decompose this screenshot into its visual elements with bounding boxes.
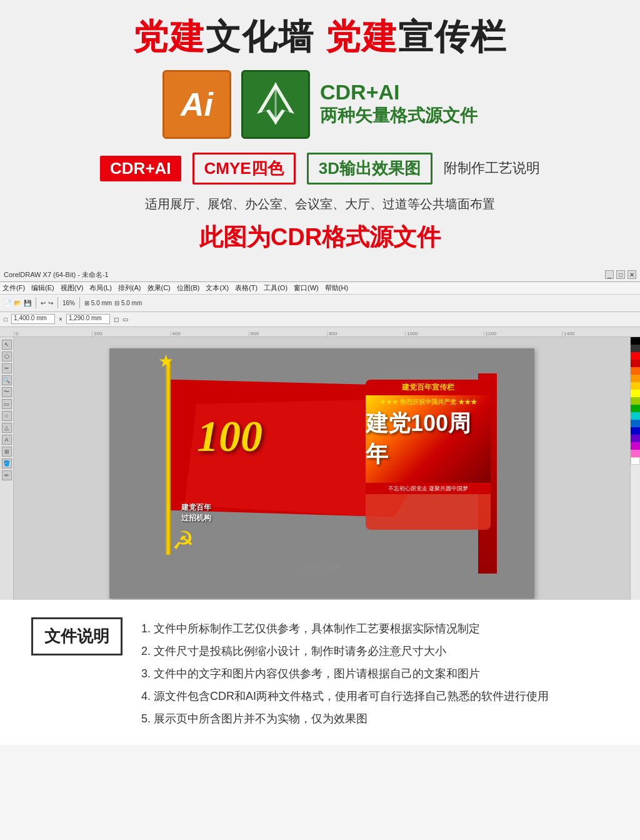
window-buttons: _ □ ✕ <box>605 270 636 279</box>
toolbar-snap2[interactable]: ⊟ 5.0 mm <box>114 300 142 306</box>
toolbar-save[interactable]: 💾 <box>24 300 31 306</box>
tool-select[interactable]: ↖ <box>2 340 12 350</box>
bottom-section: 文件说明 1. 文件中所标制作工艺仅供参考，具体制作工艺要根据实际情况制定 2.… <box>0 600 640 745</box>
desc-item-5: 5. 展示页中所含图片并不为实物，仅为效果图 <box>141 707 549 730</box>
tool-outline[interactable]: ✏ <box>2 470 12 480</box>
palette-darkred[interactable] <box>631 360 640 367</box>
software-window: CorelDRAW X7 (64-Bit) - 未命名-1 _ □ ✕ 文件(F… <box>0 268 640 600</box>
palette-dark[interactable] <box>631 345 640 352</box>
palette-magenta[interactable] <box>631 442 640 450</box>
palette-pink[interactable] <box>631 450 640 457</box>
menu-layout[interactable]: 布局(L) <box>89 283 111 293</box>
right-panel-image: ★★★ 热烈庆祝中国共产党 ★★★ 建党100周年 <box>366 395 491 483</box>
cdr-svg-icon <box>251 79 301 129</box>
icon-text-top: CDR+AI <box>320 81 478 104</box>
toolbar-undo[interactable]: ↩ <box>41 300 46 306</box>
palette-orange[interactable] <box>631 367 640 375</box>
menu-arrange[interactable]: 排列(A) <box>118 283 141 293</box>
desc-item-4: 4. 源文件包含CDR和AI两种文件格式，使用者可自行选择自己熟悉的软件进行使用 <box>141 685 549 707</box>
toolbar-new[interactable]: 📄 <box>4 300 11 306</box>
palette-yellow[interactable] <box>631 390 640 397</box>
cdr-software-icon <box>241 70 310 139</box>
ruler-600: 600 <box>249 331 327 337</box>
toolbar-open[interactable]: 📂 <box>14 300 21 306</box>
desc-item-1: 1. 文件中所标制作工艺仅供参考，具体制作工艺要根据实际情况制定 <box>141 617 549 640</box>
maximize-button[interactable]: □ <box>616 270 625 279</box>
toolbar-snap[interactable]: ⊞ 5.0 mm <box>84 300 112 306</box>
hundred-text: 100 <box>197 411 262 462</box>
title-red-1: 党建 <box>133 17 206 56</box>
tool-curve[interactable]: 〜 <box>2 387 12 397</box>
software-title: CorelDRAW X7 (64-Bit) - 未命名-1 <box>4 270 109 280</box>
prop-landscape[interactable]: ▭ <box>122 316 128 323</box>
tool-fill[interactable]: 🪣 <box>2 458 12 468</box>
ai-label: Ai <box>181 86 213 123</box>
tool-ellipse[interactable]: ○ <box>2 411 12 421</box>
tag-cmye: CMYE四色 <box>192 153 296 185</box>
desc-item-2: 2. 文件尺寸是投稿比例缩小设计，制作时请务必注意尺寸大小 <box>141 640 549 662</box>
tag-cdr-ai: CDR+AI <box>100 156 181 181</box>
menu-table[interactable]: 表格(T) <box>235 283 258 293</box>
design-content: ★ ★ ★ ★ ★ <box>147 373 497 574</box>
palette-lime[interactable] <box>631 397 640 405</box>
nian-line1: 建党百年 <box>181 502 211 513</box>
icon-text-block: CDR+AI 两种矢量格式源文件 <box>320 81 478 128</box>
palette-purple[interactable] <box>631 435 640 442</box>
prop-height[interactable]: 1,290.0 mm <box>66 314 110 324</box>
file-description-label: 文件说明 <box>31 617 122 655</box>
palette-green[interactable] <box>631 405 640 412</box>
horizontal-ruler: 0 200 400 600 800 1000 1200 1400 <box>0 327 640 337</box>
tool-text[interactable]: A <box>2 435 12 445</box>
desc-item-3: 3. 文件中的文字和图片内容仅供参考，图片请根据自己的文案和图片 <box>141 662 549 685</box>
palette-blue[interactable] <box>631 420 640 427</box>
menu-tools[interactable]: 工具(O) <box>264 283 288 293</box>
usage-text: 适用展厅、展馆、办公室、会议室、大厅、过道等公共墙面布置 <box>25 196 615 213</box>
menu-help[interactable]: 帮助(H) <box>325 283 348 293</box>
minimize-button[interactable]: _ <box>605 270 614 279</box>
menu-text[interactable]: 文本(X) <box>206 283 229 293</box>
menu-view[interactable]: 视图(V) <box>61 283 84 293</box>
right-panel-header: 建党百年宣传栏 <box>366 380 491 395</box>
software-menubar: 文件(F) 编辑(E) 视图(V) 布局(L) 排列(A) 效果(C) 位图(B… <box>0 282 640 295</box>
tags-row: CDR+AI CMYE四色 3D输出效果图 附制作工艺说明 <box>25 153 615 185</box>
tool-crop[interactable]: ✂ <box>2 363 12 373</box>
canvas-area: ★ ★ ★ ★ ★ <box>14 337 630 600</box>
ruler-400: 400 <box>171 331 249 337</box>
palette-black[interactable] <box>631 337 640 345</box>
icons-row: Ai CDR+AI 两种矢量格式源文件 <box>25 70 615 139</box>
palette-darkblue[interactable] <box>631 427 640 435</box>
ruler-1400: 1400 <box>562 331 640 337</box>
prop-portrait[interactable]: ◻ <box>114 316 119 323</box>
right-panel: 建党百年宣传栏 ★★★ 热烈庆祝中国共产党 ★★★ 建党100周年 不忘初心跟党… <box>366 380 491 530</box>
menu-file[interactable]: 文件(F) <box>2 283 25 293</box>
menu-bitmap[interactable]: 位图(B) <box>177 283 200 293</box>
tool-rect[interactable]: ▭ <box>2 399 12 409</box>
palette-cyan[interactable] <box>631 412 640 420</box>
nian-line2: 过招机构 <box>181 513 211 524</box>
ruler-200: 200 <box>92 331 170 337</box>
nian-label: 建党百年 过招机构 <box>181 502 211 524</box>
tool-polygon[interactable]: △ <box>2 423 12 433</box>
toolbar-redo[interactable]: ↪ <box>48 300 53 306</box>
desc-text-5: 5. 展示页中所含图片并不为实物，仅为效果图 <box>141 707 368 730</box>
ruler-0: 0 <box>14 331 92 337</box>
palette-red[interactable] <box>631 352 640 360</box>
menu-edit[interactable]: 编辑(E) <box>31 283 54 293</box>
prop-width[interactable]: 1,400.0 mm <box>11 314 55 324</box>
palette-yellow-orange[interactable] <box>631 382 640 390</box>
palette-white[interactable] <box>631 457 640 465</box>
tool-table[interactable]: ⊞ <box>2 447 12 457</box>
prop-label-h: × <box>59 316 62 323</box>
title-black-1: 文化墙 <box>206 17 326 56</box>
software-screenshot: CorelDRAW X7 (64-Bit) - 未命名-1 _ □ ✕ 文件(F… <box>0 268 640 600</box>
tool-zoom[interactable]: 🔍 <box>2 375 12 385</box>
canvas: ★ ★ ★ ★ ★ <box>109 348 534 599</box>
palette-amber[interactable] <box>631 375 640 382</box>
menu-effects[interactable]: 效果(C) <box>148 283 171 293</box>
close-button[interactable]: ✕ <box>628 270 636 279</box>
tool-shape[interactable]: ⬡ <box>2 352 12 362</box>
menu-window[interactable]: 窗口(W) <box>294 283 319 293</box>
ai-software-icon: Ai <box>162 70 231 139</box>
ruler-1000: 1000 <box>405 331 483 337</box>
panel-subtitle: ★★★ 热烈庆祝中国共产党 ★★★ <box>366 398 491 407</box>
